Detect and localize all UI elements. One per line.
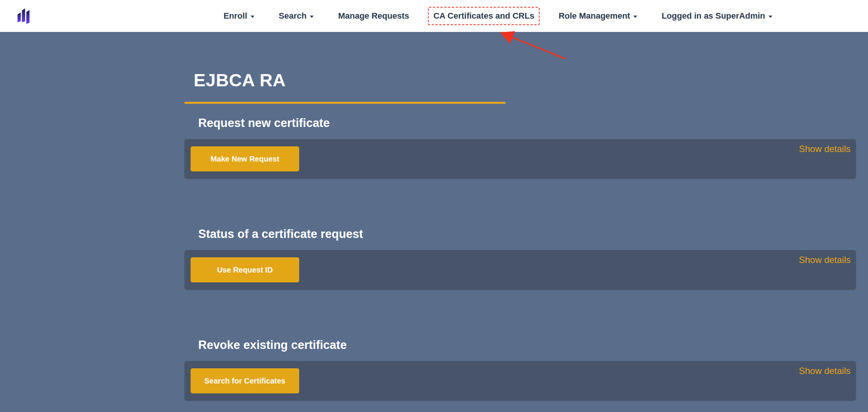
- section-request-new-certificate: Request new certificate Make New Request…: [185, 116, 856, 179]
- show-details-link[interactable]: Show details: [799, 144, 851, 154]
- section-panel: Use Request ID Show details: [185, 250, 856, 290]
- nav-item-ca-certificates-and-crls[interactable]: CA Certificates and CRLs: [428, 7, 540, 25]
- use-request-id-button[interactable]: Use Request ID: [191, 257, 299, 282]
- section-status-of-certificate-request: Status of a certificate request Use Requ…: [185, 227, 856, 290]
- show-details-link[interactable]: Show details: [799, 255, 851, 265]
- main-content: EJBCA RA Request new certificate Make Ne…: [185, 32, 856, 401]
- chevron-down-icon: [251, 16, 254, 18]
- nav-item-manage-requests[interactable]: Manage Requests: [338, 11, 409, 21]
- nav-item-label: Manage Requests: [338, 11, 409, 21]
- nav-item-label: CA Certificates and CRLs: [433, 11, 534, 21]
- nav-item-role-management[interactable]: Role Management: [559, 11, 637, 21]
- nav-item-label: Enroll: [224, 11, 247, 21]
- title-underline: [185, 102, 505, 104]
- page-title: EJBCA RA: [194, 70, 856, 90]
- chevron-down-icon: [310, 16, 314, 18]
- section-heading: Status of a certificate request: [198, 227, 856, 241]
- section-panel: Make New Request Show details: [185, 139, 856, 179]
- search-for-certificates-button[interactable]: Search for Certificates: [191, 368, 299, 393]
- section-panel: Search for Certificates Show details: [185, 361, 856, 401]
- section-heading: Revoke existing certificate: [198, 338, 856, 352]
- chevron-down-icon: [769, 16, 772, 18]
- make-new-request-button[interactable]: Make New Request: [191, 146, 299, 171]
- nav-item-label: Logged in as SuperAdmin: [661, 11, 765, 21]
- show-details-link[interactable]: Show details: [799, 366, 851, 376]
- section-revoke-existing-certificate: Revoke existing certificate Search for C…: [185, 338, 856, 401]
- ejbca-logo-icon[interactable]: [17, 8, 30, 24]
- nav-item-logged-in-as-superadmin[interactable]: Logged in as SuperAdmin: [661, 11, 772, 21]
- main-menu: Enroll Search Manage Requests CA Certifi…: [224, 11, 772, 21]
- chevron-down-icon: [633, 16, 637, 18]
- nav-item-search[interactable]: Search: [279, 11, 314, 21]
- top-navigation-bar: Enroll Search Manage Requests CA Certifi…: [0, 0, 868, 32]
- section-heading: Request new certificate: [198, 116, 856, 130]
- ejbca-ra-page: Enroll Search Manage Requests CA Certifi…: [0, 0, 868, 412]
- nav-item-enroll[interactable]: Enroll: [224, 11, 254, 21]
- nav-item-label: Search: [279, 11, 306, 21]
- nav-item-label: Role Management: [559, 11, 630, 21]
